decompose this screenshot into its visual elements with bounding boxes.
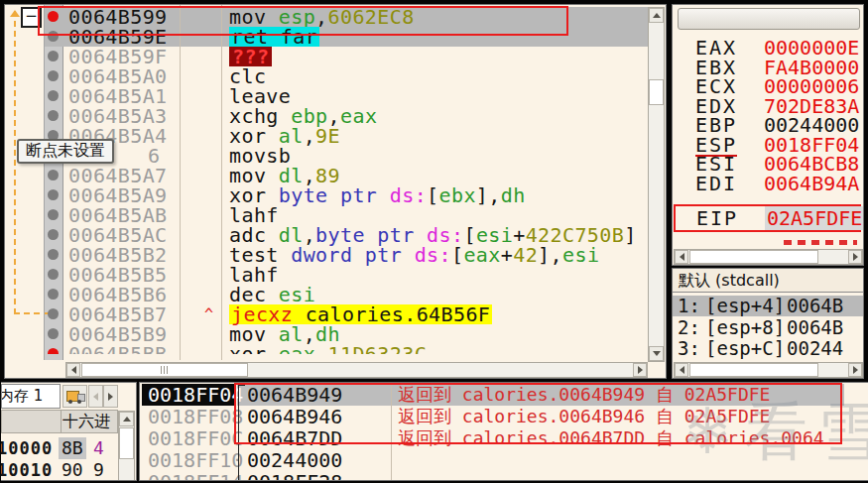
disasm-row[interactable]: 0064B5ACadc dl,byte ptr ds:[esi+422C750B… [45, 225, 648, 245]
disasm-instruction: adc dl,byte ptr ds:[esi+422C750B] [229, 225, 637, 245]
disasm-address: 0064B5AC [68, 225, 168, 245]
column-divider[interactable] [180, 5, 181, 360]
breakpoint-dot[interactable] [48, 249, 59, 260]
breakpoint-dot[interactable] [48, 269, 59, 280]
memory-byte[interactable]: 4 [93, 437, 104, 459]
instruction-token: eax [340, 104, 377, 128]
stack-row[interactable]: 0018FF140018FF28 [140, 471, 868, 481]
register-value[interactable]: 0064B94A [764, 175, 859, 193]
memory-byte[interactable]: 90 [59, 459, 86, 481]
memory-tab[interactable]: 内存 1 [1, 384, 61, 409]
stack-value[interactable]: 0018FF28 [247, 471, 342, 481]
instruction-token: dword ptr [291, 243, 414, 267]
scroll-left-button[interactable] [675, 250, 688, 264]
memory-byte[interactable]: 8B [59, 437, 86, 459]
next-button[interactable] [103, 385, 118, 408]
arg-expression: [esp+C] [705, 338, 785, 359]
hex-column-header[interactable]: 十六进 [62, 411, 118, 432]
breakpoint-dot[interactable] [48, 289, 59, 300]
disasm-row[interactable]: 6movsb [45, 146, 648, 166]
instruction-token: , [551, 243, 562, 267]
instruction-token: eax [463, 243, 500, 267]
scroll-left-button[interactable] [66, 363, 80, 377]
breakpoint-dot[interactable] [48, 189, 59, 200]
instruction-token: 42 [513, 243, 538, 267]
stack-row[interactable]: 0018FF1000244000 [140, 449, 868, 471]
disasm-row[interactable]: 0064B59F??? [45, 47, 648, 66]
breakpoint-dot[interactable] [48, 70, 59, 81]
breakpoint-dot[interactable] [48, 328, 59, 339]
register-name: EDI [695, 175, 737, 193]
disasm-instruction: mov dl,89 [229, 166, 340, 185]
breakpoint-dot[interactable] [48, 229, 59, 240]
breakpoint-dot[interactable] [48, 90, 59, 101]
address-column-header[interactable] [2, 411, 62, 432]
disasm-row[interactable]: 0064B5A9xor byte ptr ds:[ebx],dh [45, 185, 648, 205]
disasm-row[interactable]: 0064B5A0clc [45, 66, 648, 86]
scroll-up-button[interactable] [649, 8, 664, 23]
arg-value: 0064B [787, 317, 843, 338]
breakpoint-dot[interactable] [48, 51, 59, 61]
instruction-token: ] [624, 223, 636, 247]
stack-address[interactable]: 0018FF08 [142, 406, 235, 427]
stack-address[interactable]: 0018FF14 [142, 471, 235, 481]
arg-row[interactable]: 3:[esp+C]00244 [673, 338, 863, 359]
stack-address[interactable]: 0018FF04 [142, 384, 235, 406]
scroll-right-button[interactable] [848, 250, 862, 264]
stack-address[interactable]: 0018FF10 [142, 449, 235, 471]
scroll-up-button[interactable] [119, 412, 134, 426]
scroll-right-button[interactable] [848, 363, 862, 377]
jump-direction-icon: ^ [204, 304, 213, 324]
breakpoint-dot[interactable] [48, 110, 59, 121]
disasm-row[interactable]: 0064B5B6dec esi [45, 285, 648, 304]
instruction-token: ] [476, 183, 488, 207]
instruction-token: , [488, 183, 500, 207]
breakpoint-dot[interactable] [48, 170, 59, 181]
scroll-left-button[interactable] [675, 363, 688, 377]
scroll-up-icon [123, 413, 131, 422]
disasm-row[interactable]: 0064B5A1leave [45, 86, 648, 106]
register-row[interactable]: EDI0064B94A [673, 175, 863, 193]
breakpoint-dot[interactable] [48, 348, 59, 354]
scroll-thumb[interactable] [689, 363, 818, 377]
args-horizontal-scrollbar[interactable] [674, 362, 863, 378]
disasm-row[interactable]: 0064B5A4xor al,9E [45, 126, 648, 146]
disasm-row[interactable]: 0064B5ABlahf [45, 205, 648, 225]
memory-row[interactable]: 10010909 [1, 459, 137, 481]
stack-value[interactable]: 00244000 [247, 449, 342, 471]
memory-byte[interactable]: 9 [93, 459, 104, 481]
disasm-row[interactable]: 0064B5BBxor eax,11D6323C [45, 344, 648, 354]
scroll-thumb[interactable] [649, 79, 664, 105]
registers-horizontal-scrollbar[interactable] [674, 249, 863, 265]
calling-convention-header[interactable]: 默认 (stdcall) [673, 269, 863, 293]
disasm-vertical-scrollbar[interactable] [648, 7, 665, 362]
disasm-row[interactable]: 0064B5A7mov dl,89 [45, 166, 648, 185]
arg-row[interactable]: 2:[esp+8]0064B [673, 317, 863, 338]
disasm-row[interactable]: 0064B5A3xchg ebp,eax [45, 106, 648, 126]
scroll-right-button[interactable] [633, 363, 647, 377]
breakpoint-tooltip: 断点未设置 [17, 139, 114, 164]
memory-column-header[interactable]: 十六进 [1, 410, 118, 433]
disasm-instruction: lahf [229, 265, 279, 285]
scroll-down-button[interactable] [649, 346, 664, 361]
breakpoint-dot[interactable] [48, 308, 59, 319]
registers-header-bar[interactable] [678, 8, 860, 30]
memory-row[interactable]: 100008B4 [1, 437, 137, 459]
register-value[interactable]: 02A5FDFE [765, 206, 864, 230]
disasm-row[interactable]: 0064B5B7^jecxz calories.64B56F [45, 304, 648, 324]
scroll-thumb[interactable] [81, 363, 248, 377]
scroll-thumb[interactable] [689, 250, 818, 264]
breakpoint-dot[interactable] [48, 209, 59, 220]
prev-button[interactable] [88, 385, 103, 408]
disasm-row[interactable]: 0064B5B5lahf [45, 265, 648, 285]
instruction-token: ds: [390, 183, 427, 207]
stack-address[interactable]: 0018FF0C [142, 427, 235, 449]
disasm-horizontal-scrollbar[interactable] [65, 362, 648, 378]
disasm-row[interactable]: 0064B5B9mov al,dh [45, 324, 648, 344]
follow-dump-button[interactable] [62, 385, 87, 408]
disasm-instruction: movsb [229, 146, 291, 166]
disasm-row[interactable]: 0064B5B2test dword ptr ds:[eax+42],esi [45, 245, 648, 265]
arg-row[interactable]: 1:[esp+4]0064B [673, 296, 863, 316]
scroll-left-icon [67, 366, 76, 374]
column-divider[interactable] [221, 5, 222, 360]
